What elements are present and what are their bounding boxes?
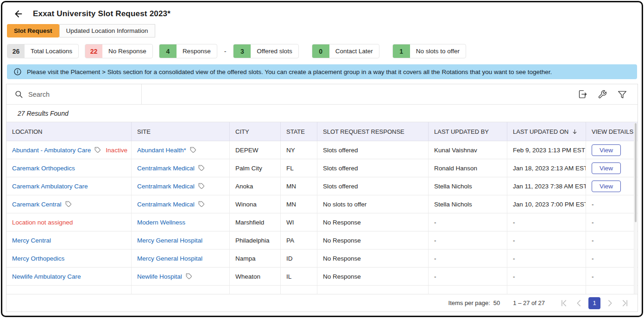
stat-count: 26 — [7, 44, 25, 58]
state-cell: NY — [281, 141, 317, 159]
location-link[interactable]: Caremark Central — [12, 201, 62, 208]
export-button[interactable] — [576, 88, 588, 100]
vertical-scrollbar[interactable] — [634, 123, 637, 294]
table-body-region: Abundant - Ambulatory Care Inactive Abun… — [6, 141, 638, 294]
updated-by-cell: - — [429, 231, 507, 249]
site-cell: Modern Wellness — [132, 213, 230, 231]
table-row: Mercy Central Mercy General Hospital Phi… — [6, 231, 638, 249]
state-cell: MN — [281, 195, 317, 213]
site-link[interactable]: Centralmark Medical — [137, 201, 195, 208]
page-title: Exxat University Slot Request 2023* — [33, 9, 170, 19]
info-banner-text: Please visit the Placement > Slots secti… — [27, 69, 552, 75]
column-header-city[interactable]: CITY — [230, 122, 281, 141]
site-cell: Centralmark Medical — [132, 195, 230, 213]
location-link[interactable]: Newlife Ambulatory Care — [12, 273, 81, 280]
updated-on-cell: Jan 11, 2023 7:38 AM EST — [507, 177, 586, 195]
table-body: Abundant - Ambulatory Care Inactive Abun… — [6, 141, 638, 286]
site-cell: Centralmark Medical — [132, 159, 230, 177]
column-header-state[interactable]: STATE — [281, 122, 317, 141]
location-link[interactable]: Caremark Orthopedics — [12, 165, 75, 172]
last-page-button[interactable] — [619, 297, 631, 309]
sort-descending-icon — [572, 129, 578, 135]
location-link[interactable]: Mercy Orthopedics — [12, 255, 64, 262]
app-window: Exxat University Slot Request 2023* Slot… — [1, 1, 643, 317]
wrench-icon — [598, 90, 607, 99]
pagination-range: 1 – 27 of 27 — [513, 299, 545, 306]
column-label: CITY — [235, 128, 249, 135]
results-count: 27 Results Found — [6, 105, 638, 122]
updated-by-cell: - — [429, 213, 507, 231]
response-cell: Slots offered — [317, 159, 429, 177]
location-link[interactable]: Caremark Ambulatory Care — [12, 183, 88, 190]
app-header: Exxat University Slot Request 2023* — [2, 2, 642, 23]
table-row: Caremark Ambulatory Care Centralmark Med… — [6, 177, 638, 195]
toolbar-icons — [576, 88, 638, 100]
stat-label: Response — [177, 44, 217, 58]
location-cell: Newlife Ambulatory Care — [6, 268, 132, 285]
site-link[interactable]: Mercy General Hospital — [137, 255, 202, 262]
previous-page-button[interactable] — [573, 297, 585, 309]
updated-on-cell: - — [507, 249, 586, 267]
site-link[interactable]: Mercy General Hospital — [137, 237, 202, 244]
view-details-empty: - — [592, 219, 594, 226]
tab-updated-location-information[interactable]: Updated Location Information — [59, 24, 155, 37]
column-header-location[interactable]: LOCATION — [6, 122, 132, 141]
state-cell: ID — [281, 249, 317, 267]
site-link[interactable]: Centralmark Medical — [137, 183, 195, 190]
location-cell: Caremark Central — [6, 195, 132, 213]
view-button[interactable]: View — [592, 181, 621, 192]
info-banner: Please visit the Placement > Slots secti… — [7, 64, 637, 79]
stat-count: 0 — [312, 44, 329, 58]
column-label: LAST UPDATED BY — [434, 128, 489, 135]
updated-on-cell: Jan 18, 2023 2:13 AM EST — [507, 159, 586, 177]
next-page-button[interactable] — [604, 297, 616, 309]
view-button[interactable]: View — [592, 144, 621, 156]
page-1-button[interactable]: 1 — [588, 297, 600, 309]
site-link[interactable]: Modern Wellness — [137, 219, 185, 226]
location-link[interactable]: Location not assigned — [12, 219, 73, 226]
column-header-last-updated-on[interactable]: LAST UPDATED ON — [507, 122, 586, 141]
stat-label: Total Locations — [25, 44, 78, 58]
site-tag-icon — [198, 183, 205, 189]
updated-on-cell: - — [507, 231, 586, 249]
site-cell: Abundant Health* — [132, 141, 230, 159]
view-button[interactable]: View — [592, 162, 621, 174]
response-cell: No slots to offer — [317, 195, 429, 213]
location-link[interactable]: Abundant - Ambulatory Care — [12, 147, 91, 154]
back-button[interactable] — [13, 8, 25, 20]
view-details-empty: - — [592, 237, 594, 244]
stat-total-locations: 26 Total Locations — [7, 44, 79, 58]
response-cell: No Response — [317, 249, 429, 267]
page-navigation: 1 — [558, 297, 631, 309]
column-header-slot-request-response[interactable]: SLOT REQUEST RESPONSE — [317, 122, 429, 141]
site-link[interactable]: Abundant Health* — [137, 147, 186, 154]
location-cell: Mercy Central — [6, 231, 132, 249]
site-cell: Mercy General Hospital — [132, 249, 230, 267]
first-page-icon — [559, 299, 568, 308]
location-tag-icon — [95, 147, 101, 153]
items-per-page-select[interactable]: 50 — [493, 299, 500, 306]
column-header-last-updated-by[interactable]: LAST UPDATED BY — [429, 122, 507, 141]
scrollbar-thumb[interactable] — [635, 123, 637, 222]
tab-slot-request[interactable]: Slot Request — [7, 24, 59, 37]
filter-button[interactable] — [616, 88, 628, 100]
pagination-bar: Items per page: 50 1 – 27 of 27 1 — [6, 294, 638, 312]
view-details-cell: - — [586, 268, 638, 285]
stat-count: 3 — [234, 44, 251, 58]
settings-button[interactable] — [596, 88, 608, 100]
site-link[interactable]: Newlife Hospital — [137, 273, 182, 280]
column-header-view-details[interactable]: VIEW DETAILS — [586, 122, 638, 141]
location-link[interactable]: Mercy Central — [12, 237, 51, 244]
site-link[interactable]: Centralmark Medical — [137, 165, 195, 172]
response-cell: No Response — [317, 268, 429, 285]
items-per-page-label: Items per page: — [448, 299, 490, 306]
site-tag-icon — [198, 201, 205, 207]
chevron-left-icon — [575, 299, 584, 308]
column-header-site[interactable]: SITE — [132, 122, 230, 141]
column-label: LOCATION — [12, 128, 43, 135]
tab-bar: Slot Request Updated Location Informatio… — [7, 24, 642, 37]
search-input[interactable] — [28, 91, 133, 98]
view-details-cell: View — [586, 141, 638, 159]
state-cell: MN — [281, 177, 317, 195]
first-page-button[interactable] — [558, 297, 570, 309]
